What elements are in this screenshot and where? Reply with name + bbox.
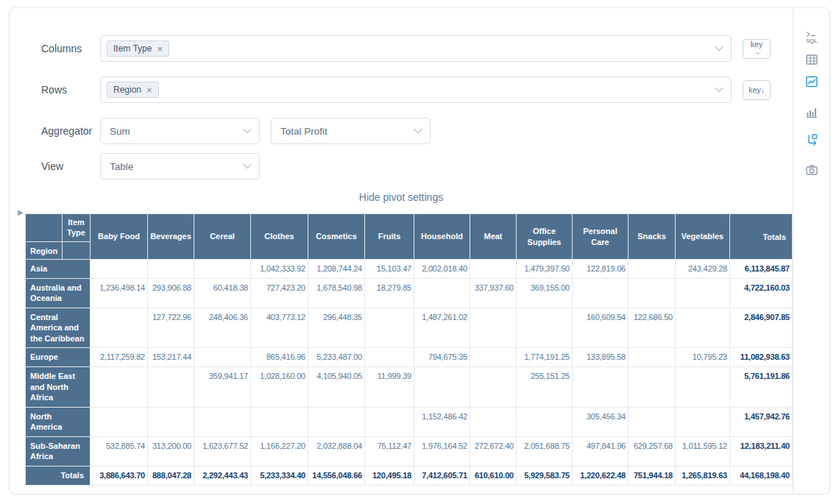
rows-field-tag[interactable]: Region × (107, 82, 159, 98)
columns-field-select[interactable]: Item Type × (100, 35, 732, 62)
totals-row-label: Totals (26, 466, 91, 485)
pivot-row: Asia1,042,333.921,208,744.2415,103.472,0… (26, 260, 793, 279)
aggregator-attribute-select[interactable]: Total Profit (271, 118, 431, 144)
pivot-cell (517, 308, 573, 348)
row-total-cell: 11,082,938.63 (730, 348, 793, 367)
pivot-cell (676, 308, 730, 348)
row-label: Europe (26, 348, 91, 367)
aggregator-label: Aggregator (41, 125, 100, 137)
row-label: Asia (26, 260, 91, 279)
pivot-cell: 122,686.50 (629, 308, 676, 348)
row-label: North America (26, 407, 91, 436)
remove-tag-icon[interactable]: × (157, 44, 163, 54)
pivot-cell (517, 407, 573, 436)
pivot-cell: 1,028,160.00 (251, 367, 308, 408)
camera-export-icon[interactable] (801, 160, 823, 180)
pivot-head: Item TypeBaby FoodBeveragesCerealClothes… (26, 214, 793, 260)
aggregator-select[interactable]: Sum (100, 118, 260, 144)
pivot-cell (470, 367, 517, 408)
totals-col-header: Totals (730, 214, 793, 260)
pivot-cell: 359,941.17 (194, 367, 251, 408)
pivot-table-container: Item TypeBaby FoodBeveragesCerealClothes… (25, 213, 793, 486)
pivot-cell: 2,117,259.82 (91, 348, 148, 367)
pivot-cell: 865,416.96 (251, 348, 308, 367)
chevron-down-icon (715, 88, 723, 93)
view-select[interactable]: Table (100, 153, 260, 180)
col-total-cell: 14,556,048.66 (308, 466, 365, 485)
col-label: Snacks (629, 214, 676, 260)
col-total-cell: 7,412,605.71 (414, 466, 470, 485)
pivot-panel: Columns Item Type × key → (9, 7, 830, 494)
row-total-cell: 2,846,907.85 (730, 308, 793, 348)
row-axis-label[interactable]: Region (26, 242, 63, 260)
col-total-cell: 1,220,622.48 (573, 466, 629, 485)
pivot-cell (91, 367, 148, 408)
pivot-cell: 248,406.36 (194, 308, 251, 348)
pivot-cell: 1,678,540.98 (308, 278, 365, 308)
axis-spacer (63, 242, 91, 260)
pivot-cell: 403,773.12 (251, 308, 308, 348)
pivot-cell: 15,103.47 (365, 260, 414, 279)
chevron-down-icon (243, 129, 252, 134)
pivot-cell: 629,257.68 (629, 436, 676, 466)
pivot-table-page: ▶ Columns Item Type × k (0, 0, 839, 504)
col-total-cell: 5,929,583.75 (517, 466, 573, 485)
col-total-cell: 2,292,443.43 (194, 466, 251, 485)
pivot-cell: 4,105,940.05 (308, 367, 365, 408)
pivot-cell: 293,906.88 (148, 278, 194, 308)
col-total-cell: 5,233,334.40 (251, 466, 308, 485)
columns-control-row: Columns Item Type × key → (41, 35, 771, 62)
collapse-panel-icon[interactable]: ▶ (18, 208, 24, 216)
view-control-row: View Table (41, 153, 771, 180)
view-label: View (41, 160, 100, 172)
pivot-cell (91, 308, 148, 348)
pivot-table: Item TypeBaby FoodBeveragesCerealClothes… (25, 213, 793, 486)
pivot-cell: 60,418.38 (194, 278, 251, 308)
svg-text:SQL: SQL (806, 38, 818, 44)
row-label: Sub-Saharan Africa (26, 436, 91, 466)
chevron-down-icon (243, 164, 252, 169)
pivot-cell (573, 278, 629, 308)
rows-sort-key-button[interactable]: key ↓ (743, 80, 771, 100)
pivot-cell (148, 367, 194, 408)
columns-sort-key-button[interactable]: key → (743, 39, 771, 59)
rows-field-select[interactable]: Region × (100, 77, 732, 103)
col-label: Cereal (194, 214, 251, 260)
pivot-cell: 1,208,744.24 (308, 260, 365, 279)
pivot-cell: 127,722.96 (148, 308, 194, 348)
pivot-cell: 1,042,333.92 (251, 260, 308, 279)
hide-pivot-settings-link[interactable]: Hide pivot settings (10, 191, 793, 203)
row-label: Australia and Oceania (26, 278, 91, 308)
pivot-row: Sub-Saharan Africa532,885.74313,200.001,… (26, 436, 793, 466)
pivot-cell (251, 407, 308, 436)
col-label: Baby Food (91, 214, 148, 260)
pivot-icon[interactable] (801, 129, 823, 150)
aggregator-attribute-value: Total Profit (280, 126, 328, 137)
pivot-cell: 369,155.00 (517, 278, 573, 308)
arrow-down-icon: ↓ (761, 86, 765, 94)
pivot-totals-row: Totals3,886,643.70888,047.282,292,443.43… (26, 466, 793, 485)
row-label: Middle East and North Africa (26, 367, 91, 408)
bar-chart-icon[interactable] (801, 102, 823, 122)
pivot-cell (365, 308, 414, 348)
pivot-cell: 160,609.54 (573, 308, 629, 348)
rows-control-row: Rows Region × key ↓ (41, 77, 771, 103)
remove-tag-icon[interactable]: × (146, 85, 152, 95)
row-label: Central America and the Caribbean (26, 308, 91, 348)
pivot-body: Asia1,042,333.921,208,744.2415,103.472,0… (26, 260, 793, 486)
pivot-cell (470, 407, 517, 436)
chevron-down-icon (715, 46, 723, 52)
pivot-cell: 337,937.60 (470, 278, 517, 308)
grand-total-cell: 44,168,198.40 (730, 466, 793, 485)
col-axis-label[interactable]: Item Type (63, 214, 91, 242)
rows-label: Rows (41, 84, 100, 96)
sql-icon[interactable]: SQL (801, 27, 823, 48)
col-label: Vegetables (676, 214, 730, 260)
columns-field-tag[interactable]: Item Type × (107, 40, 169, 57)
chevron-down-icon (414, 129, 422, 134)
table-icon[interactable] (801, 49, 823, 70)
chart-preview-icon[interactable] (801, 71, 823, 92)
col-label: Clothes (251, 214, 308, 260)
pivot-cell: 2,002,018.40 (414, 260, 470, 279)
view-selected-value: Table (110, 161, 133, 172)
